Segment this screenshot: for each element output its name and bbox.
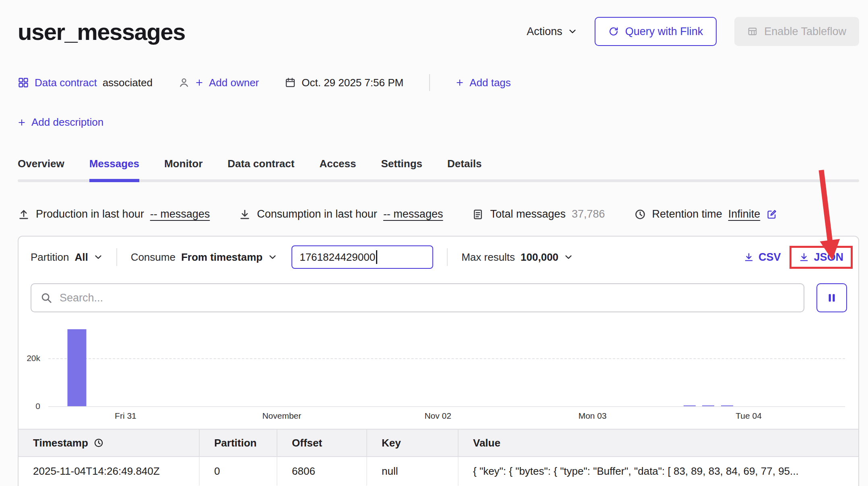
chart-bar bbox=[702, 405, 714, 406]
add-description-button[interactable]: Add description bbox=[18, 116, 859, 129]
filter-divider bbox=[447, 248, 448, 266]
tab-overview[interactable]: Overview bbox=[18, 158, 64, 182]
search-icon bbox=[40, 292, 52, 304]
query-with-flink-button[interactable]: Query with Flink bbox=[595, 17, 717, 46]
chevron-down-icon bbox=[568, 27, 577, 36]
actions-label: Actions bbox=[527, 25, 562, 38]
chart-y-tick: 0 bbox=[35, 401, 40, 411]
search-input[interactable] bbox=[59, 291, 795, 305]
max-results-value: 100,000 bbox=[521, 251, 558, 264]
tab-settings[interactable]: Settings bbox=[381, 158, 423, 182]
annotation-highlight-box: JSON bbox=[789, 246, 853, 269]
tableflow-icon bbox=[747, 26, 758, 37]
plus-icon bbox=[195, 79, 203, 87]
stat-consumption: Consumption in last hour -- messages bbox=[239, 208, 443, 220]
chart-bar bbox=[684, 405, 696, 406]
consumption-label: Consumption in last hour bbox=[257, 208, 377, 220]
stat-production: Production in last hour -- messages bbox=[18, 208, 210, 220]
production-label: Production in last hour bbox=[36, 208, 144, 220]
actions-dropdown[interactable]: Actions bbox=[527, 25, 577, 38]
stat-total-messages: Total messages 37,786 bbox=[472, 208, 605, 220]
partition-dropdown[interactable]: Partition All bbox=[31, 251, 103, 264]
tab-details[interactable]: Details bbox=[447, 158, 482, 182]
pause-consumption-button[interactable] bbox=[816, 283, 847, 312]
tab-data-contract[interactable]: Data contract bbox=[227, 158, 294, 182]
max-results-dropdown[interactable]: Max results 100,000 bbox=[461, 251, 573, 264]
stats-row: Production in last hour -- messages Cons… bbox=[18, 208, 859, 220]
table-cell: 6806 bbox=[277, 457, 367, 486]
chevron-down-icon bbox=[268, 253, 277, 262]
enable-tableflow-label: Enable Tableflow bbox=[764, 25, 846, 38]
consumption-messages-link[interactable]: -- messages bbox=[383, 208, 443, 220]
add-description-label: Add description bbox=[31, 116, 103, 129]
person-icon bbox=[178, 77, 190, 88]
header-value: Value bbox=[459, 430, 858, 456]
timestamp-input-value: 1761824429000 bbox=[300, 251, 375, 264]
header-timestamp[interactable]: Timestamp bbox=[19, 430, 200, 456]
download-icon bbox=[744, 252, 754, 262]
production-messages-link[interactable]: -- messages bbox=[150, 208, 210, 220]
topic-meta-row: Data contract associated Add owner Oct. … bbox=[18, 74, 859, 91]
partition-label: Partition bbox=[31, 251, 69, 264]
search-box[interactable] bbox=[31, 283, 804, 312]
json-label: JSON bbox=[814, 251, 843, 264]
message-filter-bar: Partition All Consume From timestamp 176… bbox=[19, 237, 858, 269]
search-row bbox=[19, 283, 858, 312]
page-title: user_messages bbox=[18, 18, 185, 45]
tab-access[interactable]: Access bbox=[319, 158, 356, 182]
timestamp-input[interactable]: 1761824429000 bbox=[291, 245, 433, 269]
messages-table: Timestamp Partition Offset Key Value 202… bbox=[19, 429, 858, 486]
data-contract-icon bbox=[18, 77, 29, 88]
calendar-edit-icon bbox=[285, 77, 296, 88]
meta-divider bbox=[429, 74, 430, 91]
topic-tabs: Overview Messages Monitor Data contract … bbox=[18, 158, 859, 182]
filter-divider bbox=[116, 248, 117, 266]
add-owner-button[interactable]: Add owner bbox=[178, 77, 259, 89]
data-contract-link[interactable]: Data contract bbox=[35, 77, 97, 89]
header-offset: Offset bbox=[277, 430, 367, 456]
consume-mode-dropdown[interactable]: Consume From timestamp bbox=[131, 251, 277, 264]
chart-bar bbox=[68, 329, 87, 406]
table-header-row: Timestamp Partition Offset Key Value bbox=[19, 430, 858, 457]
plus-icon bbox=[18, 118, 26, 127]
header-partition: Partition bbox=[200, 430, 277, 456]
tab-messages[interactable]: Messages bbox=[89, 158, 139, 182]
download-csv-button[interactable]: CSV bbox=[744, 251, 781, 264]
download-icon bbox=[799, 252, 809, 262]
table-cell: { "key": { "bytes": { "type": "Buffer", … bbox=[459, 457, 858, 486]
data-contract-status: Data contract associated bbox=[18, 77, 153, 89]
chart-x-tick: Nov 02 bbox=[424, 411, 451, 421]
add-owner-label: Add owner bbox=[209, 77, 259, 89]
retention-label: Retention time bbox=[652, 208, 722, 220]
total-messages-value: 37,786 bbox=[572, 208, 605, 220]
consumption-download-icon bbox=[239, 208, 251, 220]
chart-x-tick: Fri 31 bbox=[115, 411, 136, 421]
max-results-label: Max results bbox=[461, 251, 515, 264]
query-with-flink-label: Query with Flink bbox=[625, 25, 703, 38]
messages-panel: Partition All Consume From timestamp 176… bbox=[18, 236, 859, 486]
header-timestamp-label: Timestamp bbox=[33, 437, 88, 449]
chart-plot: 20k0 bbox=[48, 329, 845, 407]
tab-monitor[interactable]: Monitor bbox=[164, 158, 203, 182]
enable-tableflow-button[interactable]: Enable Tableflow bbox=[734, 17, 859, 46]
pause-icon bbox=[826, 292, 838, 304]
message-histogram: 20k0 Fri 31NovemberNov 02Mon 03Tue 04 bbox=[48, 329, 845, 423]
table-row[interactable]: 2025-11-04T14:26:49.840Z06806null{ "key"… bbox=[19, 457, 858, 486]
retention-value-link[interactable]: Infinite bbox=[728, 208, 761, 220]
table-body: 2025-11-04T14:26:49.840Z06806null{ "key"… bbox=[19, 457, 858, 486]
document-icon bbox=[472, 208, 484, 220]
chart-x-tick: Mon 03 bbox=[579, 411, 607, 421]
consume-value: From timestamp bbox=[181, 251, 262, 264]
clock-icon bbox=[634, 208, 646, 220]
created-date: Oct. 29 2025 7:56 PM bbox=[285, 77, 403, 89]
tabs-underline-track bbox=[18, 179, 859, 182]
text-caret bbox=[376, 250, 377, 264]
add-tags-button[interactable]: Add tags bbox=[456, 77, 511, 89]
add-tags-label: Add tags bbox=[469, 77, 511, 89]
data-contract-status-text: associated bbox=[103, 77, 153, 89]
total-messages-label: Total messages bbox=[490, 208, 566, 220]
edit-retention-icon[interactable] bbox=[766, 209, 777, 220]
download-json-button[interactable]: JSON bbox=[799, 251, 843, 264]
chevron-down-icon bbox=[564, 253, 573, 262]
chart-gridline bbox=[48, 358, 845, 359]
